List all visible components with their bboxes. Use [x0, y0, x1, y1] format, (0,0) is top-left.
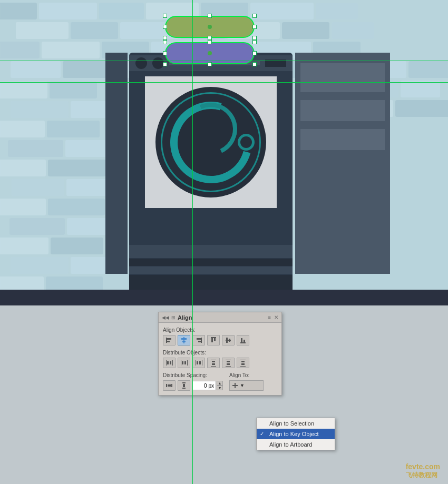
align-h-center-btn[interactable]	[178, 335, 190, 345]
handle-bl	[163, 36, 167, 40]
washer-body	[129, 53, 293, 290]
dist-spacing-controls: ▲ ▼	[163, 380, 223, 391]
align-objects-buttons	[163, 335, 277, 345]
align-right-btn[interactable]	[192, 335, 205, 345]
align-to-dropdown-btn[interactable]: ▼	[229, 380, 264, 391]
svg-rect-41	[241, 363, 245, 365]
canvas-area	[0, 0, 448, 305]
align-left-btn[interactable]	[163, 335, 176, 345]
dist-right-btn[interactable]	[192, 358, 205, 368]
handle2-tl	[163, 40, 167, 44]
handle2-ml	[163, 51, 167, 55]
handle2-br	[252, 62, 257, 66]
svg-rect-4	[181, 338, 187, 340]
distribute-objects-buttons	[163, 358, 277, 368]
handle-bm	[208, 36, 212, 40]
panel-controls: ≡ ✕	[268, 314, 278, 320]
right-cabinet	[295, 53, 390, 274]
svg-rect-43	[171, 384, 172, 387]
dist-v-center-btn[interactable]	[222, 358, 235, 368]
right-panel-top	[300, 63, 385, 92]
panel-title-group: ◀◀ ⊞ Align	[162, 314, 192, 321]
watermark-url: fevte.com	[406, 462, 440, 471]
svg-rect-14	[229, 339, 230, 342]
align-to-icon	[232, 382, 238, 389]
watermark-cn: 飞特教程网	[406, 471, 440, 480]
svg-rect-40	[241, 361, 245, 362]
menu-item-align-key-object-text: Align to Key Object	[269, 431, 319, 437]
align-panel: ◀◀ ⊞ Align ≡ ✕ Align Objects:	[158, 312, 282, 396]
right-panel-mid1	[300, 100, 385, 121]
panel-body: Align Objects:	[159, 323, 281, 395]
align-v-center-btn[interactable]	[222, 335, 235, 345]
pill-green	[165, 16, 255, 38]
align-objects-label: Align Objects:	[163, 327, 277, 333]
svg-rect-47	[183, 384, 185, 387]
pill-selection-group	[165, 16, 255, 64]
svg-rect-3	[183, 337, 184, 343]
handle2-tr	[252, 40, 257, 44]
svg-rect-15	[240, 342, 246, 343]
decrement-btn[interactable]: ▼	[217, 386, 223, 390]
svg-rect-18	[166, 360, 167, 366]
panel-menu-icon[interactable]: ≡	[268, 314, 271, 320]
align-to-dropdown-menu: Align to Selection Align to Key Object A…	[256, 418, 335, 450]
svg-rect-27	[202, 360, 202, 366]
ctrl-btn-2	[152, 57, 164, 69]
stepper-arrows: ▲ ▼	[217, 381, 223, 390]
px-input[interactable]	[192, 381, 216, 390]
align-icon: ⊞	[171, 315, 176, 320]
dist-h-center-btn[interactable]	[178, 358, 190, 368]
menu-item-align-selection[interactable]: Align to Selection	[257, 418, 335, 429]
svg-rect-29	[199, 361, 201, 364]
align-to-section: Align To: ▼	[229, 372, 264, 391]
align-bottom-btn[interactable]	[237, 335, 249, 345]
align-top-btn[interactable]	[207, 335, 220, 345]
svg-rect-30	[211, 360, 216, 360]
svg-rect-33	[212, 363, 215, 365]
handle2-bl	[163, 62, 167, 66]
dist-top-btn[interactable]	[207, 358, 220, 368]
panel-close-icon[interactable]: ✕	[274, 314, 278, 320]
handle-ml	[163, 25, 167, 29]
svg-rect-26	[196, 360, 196, 366]
svg-rect-38	[240, 360, 246, 360]
guide-vertical-bottom	[192, 305, 193, 484]
bottom-strip-2	[129, 259, 293, 266]
guide-vertical	[192, 0, 193, 305]
pill-center-dot	[208, 25, 212, 29]
svg-rect-34	[226, 360, 231, 360]
svg-rect-10	[211, 338, 213, 342]
panel-collapse-arrows[interactable]: ◀◀	[162, 315, 169, 320]
menu-item-align-artboard[interactable]: Align to Artboard	[257, 439, 335, 450]
svg-rect-46	[182, 388, 186, 389]
svg-rect-31	[211, 366, 216, 367]
menu-item-align-key-object[interactable]: Align to Key Object	[257, 429, 335, 439]
distribute-objects-label: Distribute Objects:	[163, 350, 277, 355]
handle-tm	[208, 14, 212, 18]
handle-tr	[252, 14, 257, 18]
dist-space-h-btn[interactable]	[163, 380, 176, 391]
bottom-area: ◀◀ ⊞ Align ≡ ✕ Align Objects:	[0, 305, 448, 484]
svg-rect-8	[198, 341, 201, 342]
increment-btn[interactable]: ▲	[217, 381, 223, 386]
svg-rect-36	[227, 361, 230, 362]
svg-rect-35	[226, 366, 231, 367]
svg-rect-24	[182, 361, 183, 364]
svg-rect-44	[168, 384, 171, 387]
dist-space-v-btn[interactable]	[178, 380, 190, 391]
watermark: fevte.com 飞特教程网	[406, 462, 440, 480]
svg-rect-13	[226, 338, 228, 343]
panel-titlebar: ◀◀ ⊞ Align ≡ ✕	[159, 312, 281, 323]
dist-left-btn[interactable]	[163, 358, 176, 368]
svg-rect-11	[214, 338, 216, 341]
base-strip	[129, 275, 293, 290]
svg-rect-32	[212, 361, 215, 362]
dist-bottom-btn[interactable]	[237, 358, 249, 368]
svg-rect-7	[197, 338, 201, 340]
panel-title-text: Align	[178, 314, 192, 321]
svg-rect-2	[167, 341, 170, 342]
handle2-mr	[252, 51, 257, 55]
handle2-tm	[208, 40, 212, 44]
distribute-spacing-section: Distribute Spacing: ▲	[163, 372, 223, 391]
